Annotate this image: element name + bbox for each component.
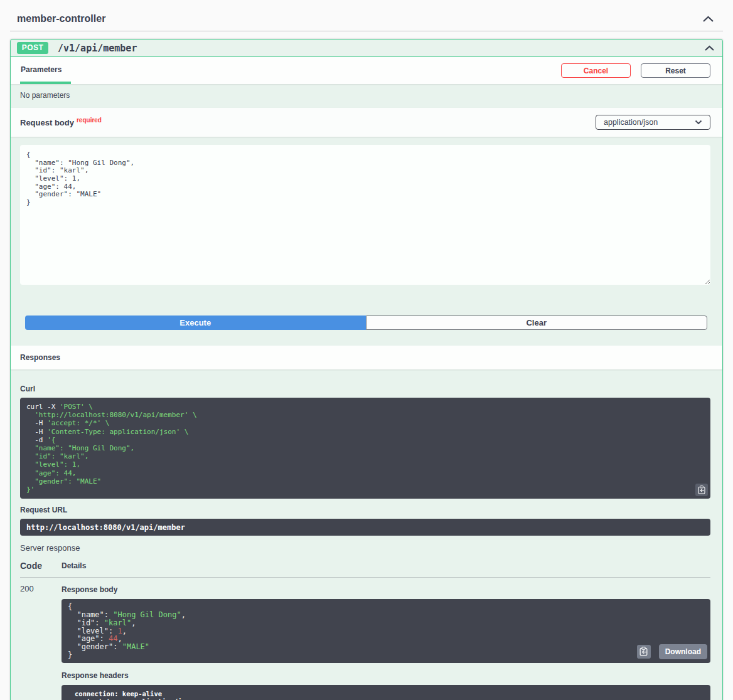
endpoint-path: /v1/api/member [58,43,137,54]
clear-button[interactable]: Clear [366,316,708,330]
tab-parameters-label: Parameters [21,65,62,74]
execute-wrapper: Execute Clear [25,316,707,330]
content-type-select[interactable]: application/json [596,115,710,130]
tag-title: member-controller [17,13,105,24]
parameters-header: Parameters Cancel Reset [11,57,722,84]
tag-header[interactable]: member-controller [10,0,723,31]
collapse-tag-icon[interactable] [702,16,714,23]
status-code: 200 [20,584,62,700]
details-column-header: Details [62,561,86,570]
required-badge: required [77,117,102,124]
tab-parameters[interactable]: Parameters [20,57,71,84]
collapse-operation-icon[interactable] [704,45,715,51]
response-row-200: 200 Response body { "name": "Hong Gil Do… [20,584,710,700]
download-button[interactable]: Download [659,644,707,659]
response-body-block: { "name": "Hong Gil Dong", "id": "karl",… [62,599,710,663]
request-body-edit-area: { "name": "Hong Gil Dong", "id": "karl",… [11,137,722,285]
cancel-button[interactable]: Cancel [561,63,631,78]
request-url-label: Request URL [20,506,710,514]
response-details: Response body { "name": "Hong Gil Dong",… [62,584,710,700]
responses-inner: Curl curl -X 'POST' \ 'http://localhost:… [11,369,722,700]
request-body-header: Request bodyrequired application/json [11,108,722,137]
opblock-post-member: POST /v1/api/member Parameters Cancel Re… [10,39,723,700]
reset-button[interactable]: Reset [641,63,710,78]
request-body-textarea[interactable]: { "name": "Hong Gil Dong", "id": "karl",… [20,145,710,285]
request-url-block: http://localhost:8080/v1/api/member [20,519,710,536]
responses-title: Responses [20,353,60,362]
response-body-actions: Download [637,644,707,659]
method-badge[interactable]: POST [17,42,48,54]
response-headers-code: connection: keep-alive content-type: app… [62,685,710,700]
swagger-page: member-controller POST /v1/api/member Pa… [0,0,733,700]
request-body-label: Request body [20,118,74,127]
server-response-table: Code Details 200 Response body { "name":… [20,561,710,700]
code-column-header: Code [20,561,62,571]
chevron-down-icon [695,120,702,125]
curl-block: curl -X 'POST' \ 'http://localhost:8080/… [20,398,710,499]
copy-response-button[interactable] [637,645,651,659]
clipboard-copy-icon [698,485,705,494]
request-url-value: http://localhost:8080/v1/api/member [26,523,185,532]
copy-curl-button[interactable] [695,484,708,496]
response-body-label: Response body [62,585,710,594]
opblock-summary[interactable]: POST /v1/api/member [11,40,722,57]
response-headers-label: Response headers [62,671,710,680]
no-parameters-text: No parameters [11,84,722,108]
response-headers-block: connection: keep-alive content-type: app… [62,685,710,700]
server-response-label: Server response [20,543,710,553]
content-type-value: application/json [604,118,658,127]
curl-label: Curl [20,384,710,393]
curl-code[interactable]: curl -X 'POST' \ 'http://localhost:8080/… [20,398,710,499]
clipboard-copy-icon [639,647,648,656]
responses-section-header: Responses [11,346,722,369]
response-body-code[interactable]: { "name": "Hong Gil Dong", "id": "karl",… [62,599,710,663]
request-body-title: Request bodyrequired [20,117,102,128]
response-table-head: Code Details [20,561,710,578]
execute-button[interactable]: Execute [25,316,366,330]
